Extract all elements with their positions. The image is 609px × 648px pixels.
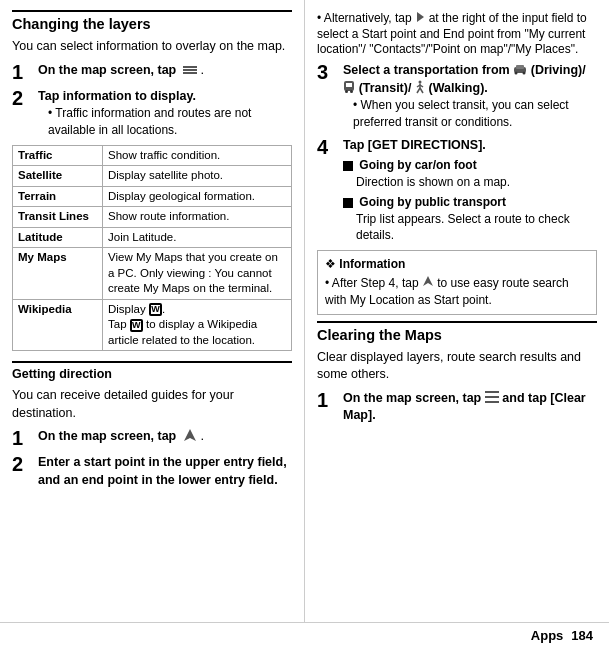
table-row: SatelliteDisplay satellite photo. [13,166,292,187]
table-cell-desc: Display satellite photo. [103,166,292,187]
note-diamond-icon: ❖ [325,257,336,271]
step-4-content: Tap [GET DIRECTIONS]. Going by car/on fo… [343,137,597,244]
section-getting-direction-title: Getting direction [12,361,292,381]
svg-rect-10 [346,83,352,87]
layers-table: TrafficShow traffic condition.SatelliteD… [12,145,292,352]
table-cell-label: My Maps [13,248,103,300]
svg-rect-21 [485,396,499,398]
step-1-content: On the map screen, tap . [38,62,292,80]
table-cell-label: Terrain [13,186,103,207]
step-1-title: On the map screen, tap [38,63,176,77]
mode-transit-title: Going by public transport [359,195,506,209]
step-1: 1 On the map screen, tap . [12,62,292,82]
svg-rect-6 [516,65,524,69]
step-2-content: Tap information to display. Traffic info… [38,88,292,139]
svg-marker-19 [423,276,433,286]
table-cell-desc: Show route information. [103,207,292,228]
dir-step-2-number: 2 [12,454,34,474]
mode-car-title: Going by car/on foot [359,158,476,172]
table-cell-label: Latitude [13,227,103,248]
dir-step-1-period: . [200,428,204,443]
svg-rect-20 [485,391,499,393]
mode-transit-body: Trip list appears. Select a route to che… [356,211,597,245]
transit-icon [343,80,355,97]
dir-step-2-content: Enter a start point in the upper entry f… [38,454,292,489]
table-cell-desc: Join Latitude. [103,227,292,248]
step-2-title: Tap information to display. [38,88,292,106]
footer-apps-label: Apps [531,628,564,643]
clear-step-1-number: 1 [317,390,339,410]
step-4-title: Tap [GET DIRECTIONS]. [343,137,597,155]
svg-rect-22 [485,401,499,403]
navigate-icon [183,428,197,445]
svg-point-7 [515,72,518,75]
footer: Apps 184 [0,622,609,648]
step-4-number: 4 [317,137,339,157]
table-row: TrafficShow traffic condition. [13,145,292,166]
table-cell-desc: Display geological formation. [103,186,292,207]
svg-rect-0 [183,66,197,68]
step-3-number: 3 [317,62,339,82]
clear-step-1-content: On the map screen, tap and tap [Clear Ma… [343,390,597,425]
svg-line-15 [417,88,420,93]
section-getting-direction-body: You can receive detailed guides for your… [12,387,292,422]
svg-point-11 [345,90,348,93]
table-cell-desc: Show traffic condition. [103,145,292,166]
menu-icon [485,391,499,406]
table-row: My MapsView My Maps that you create on a… [13,248,292,300]
arrow-icon [415,11,425,26]
layers-icon [183,62,197,79]
mode-car: Going by car/on foot Direction is shown … [343,157,597,191]
svg-line-16 [420,88,423,93]
section-clearing-maps-title: Clearing the Maps [317,321,597,343]
table-cell-desc: View My Maps that you create on a PC. On… [103,248,292,300]
svg-marker-3 [184,429,196,441]
footer-page-number: 184 [571,628,593,643]
table-cell-label: Satellite [13,166,103,187]
note-body: • After Step 4, tap to use easy route se… [325,275,589,309]
right-column: • Alternatively, tap at the right of the… [305,0,609,648]
table-row: WikipediaDisplay W.Tap W to display a Wi… [13,299,292,351]
step-3: 3 Select a transportation from (Driving)… [317,62,597,131]
dir-step-2: 2 Enter a start point in the upper entry… [12,454,292,489]
navigate-small-icon [422,275,434,292]
svg-point-13 [418,80,421,83]
svg-marker-4 [417,12,424,22]
step-3-bullet: When you select transit, you can select … [353,97,597,131]
dir-step-1: 1 On the map screen, tap . [12,428,292,448]
step-1-period: . [200,62,204,77]
section-changing-layers-body: You can select information to overlay on… [12,38,292,56]
svg-point-8 [523,72,526,75]
table-row: TerrainDisplay geological formation. [13,186,292,207]
table-cell-desc: Display W.Tap W to display a Wikipedia a… [103,299,292,351]
table-row: LatitudeJoin Latitude. [13,227,292,248]
dir-step-1-content: On the map screen, tap . [38,428,292,446]
svg-rect-2 [183,72,197,74]
step-2-number: 2 [12,88,34,108]
table-row: Transit LinesShow route information. [13,207,292,228]
step-2-bullet: Traffic information and routes are not a… [48,105,292,139]
table-cell-label: Wikipedia [13,299,103,351]
mode-transit: Going by public transport Trip list appe… [343,194,597,244]
svg-rect-1 [183,69,197,71]
driving-icon [513,63,527,78]
right-bullet-1: • Alternatively, tap at the right of the… [317,10,597,56]
note-title: Information [339,257,405,271]
clear-step-1: 1 On the map screen, tap and tap [Clear … [317,390,597,425]
step-2: 2 Tap information to display. Traffic in… [12,88,292,139]
dir-step-2-title: Enter a start point in the upper entry f… [38,454,292,489]
section-changing-layers-title: Changing the layers [12,10,292,32]
table-cell-label: Transit Lines [13,207,103,228]
step-1-number: 1 [12,62,34,82]
information-note: ❖ Information • After Step 4, tap to use… [317,250,597,315]
step-3-content: Select a transportation from (Driving)/ … [343,62,597,131]
dir-step-1-title: On the map screen, tap [38,429,176,443]
svg-point-12 [350,90,353,93]
dir-step-1-number: 1 [12,428,34,448]
table-cell-label: Traffic [13,145,103,166]
walking-icon [415,80,425,97]
mode-car-body: Direction is shown on a map. [356,174,597,191]
left-column: Changing the layers You can select infor… [0,0,305,648]
section-clearing-maps-body: Clear displayed layers, route search res… [317,349,597,384]
step-4: 4 Tap [GET DIRECTIONS]. Going by car/on … [317,137,597,244]
